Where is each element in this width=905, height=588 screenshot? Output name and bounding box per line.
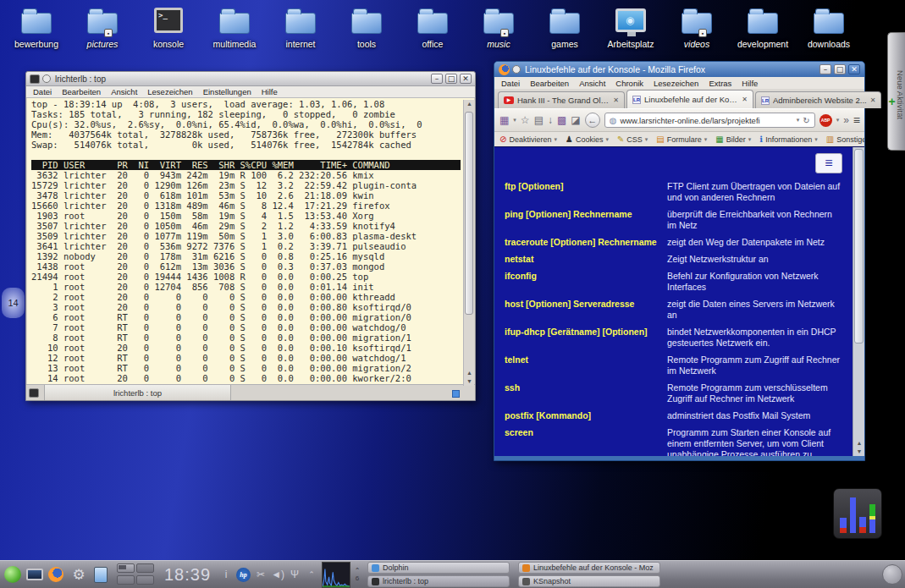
page-scrollbar[interactable]: ▲ ▼ (853, 147, 864, 456)
menu-item-datei[interactable]: Datei (501, 79, 520, 88)
menu-item-datei[interactable]: Datei (33, 87, 52, 96)
url-bar[interactable]: ◍ www.larsrichter-online.de/lars/projekt… (604, 113, 815, 128)
scroll-down-icon[interactable]: ▼ (853, 448, 864, 454)
reload-icon[interactable]: ↻ (803, 116, 809, 125)
taskbar-button-konsole[interactable]: lrichterlb : top (367, 575, 510, 587)
window-pin-icon[interactable] (512, 65, 521, 74)
overflow-chevron-icon[interactable]: » (843, 114, 849, 126)
back-button[interactable]: ← (585, 113, 600, 128)
new-tab-icon[interactable]: + (888, 95, 895, 108)
browser-tab-1[interactable]: ▶Hank III - The Grand Ole ...✕ (498, 91, 625, 108)
terminal-titlebar[interactable]: lrichterlb : top – □ ✕ (26, 72, 475, 86)
menu-item-extras[interactable]: Extras (709, 79, 731, 88)
menu-item-lesezeichen[interactable]: Lesezeichen (147, 87, 192, 96)
adblock-caret-icon[interactable]: ▾ (836, 117, 840, 124)
klipper-scissors-icon[interactable]: ✂ (254, 569, 268, 580)
settings-gear-icon[interactable]: ⚙ (69, 565, 88, 584)
taskbar-button-firefox[interactable]: Linuxbefehle auf der Konsole - Moz (518, 562, 660, 574)
terminal-output[interactable]: top - 18:39:14 up 4:08, 3 users, load av… (27, 98, 474, 384)
menu-item-lesezeichen[interactable]: Lesezeichen (654, 79, 698, 88)
clipboard-icon[interactable]: ▤ (534, 114, 544, 126)
devbar-deaktivieren[interactable]: ⊘Deaktivieren▾ (499, 135, 557, 144)
new-session-icon[interactable] (26, 385, 45, 400)
panel-cashew-icon[interactable] (882, 564, 902, 585)
download-icon[interactable]: ↓ (548, 114, 553, 126)
firefox-titlebar[interactable]: Linuxbefehle auf der Konsole - Mozilla F… (494, 62, 864, 77)
menu-item-bearbeiten[interactable]: Bearbeiten (530, 79, 569, 88)
desktop-icon-Arbeitsplatz[interactable]: Arbeitsplatz (598, 5, 664, 49)
desktop-2[interactable] (136, 563, 154, 573)
app-launcher-icon[interactable] (3, 565, 22, 584)
tab-close-icon[interactable]: ✕ (870, 96, 876, 104)
show-desktop-icon[interactable] (25, 565, 44, 584)
site-identity-icon[interactable]: ◍ (610, 116, 617, 125)
apps-grid-icon[interactable]: ▦ (499, 114, 509, 126)
menu-item-hilfe[interactable]: Hilfe (262, 87, 278, 96)
taskbar-button-ksnapshot[interactable]: KSnapshot (518, 575, 660, 587)
minimize-button[interactable]: – (819, 64, 831, 74)
edit-trash-icon[interactable]: ◪ (571, 114, 580, 126)
desktop-icon-tools[interactable]: tools (334, 5, 400, 49)
clock[interactable]: 18:39 (164, 565, 211, 585)
close-button[interactable]: ✕ (460, 74, 472, 84)
terminal-scrollbar[interactable]: ▲ ▲ ▼ (463, 100, 474, 386)
tab-close-icon[interactable]: ✕ (742, 96, 748, 103)
url-text[interactable]: www.larsrichter-online.de/lars/projektef… (620, 116, 792, 125)
desktop-icon-pictures[interactable]: ▪pictures (69, 5, 135, 49)
system-monitor-widget[interactable] (833, 488, 882, 539)
activity-panel-tab[interactable]: Neue Aktivität (887, 32, 905, 151)
browser-tab-3[interactable]: LRAdminbereich Website 2...✕ (755, 91, 881, 108)
bookmark-star-icon[interactable]: ☆ (521, 114, 530, 126)
volume-icon[interactable]: ◄) (271, 569, 284, 580)
desktop-icon-downloads[interactable]: downloads (796, 5, 862, 49)
desktop-icon-konsole[interactable]: >_konsole (135, 5, 201, 49)
page-menu-icon[interactable]: ≡ (815, 153, 842, 173)
adblock-icon[interactable]: ABP (819, 114, 832, 127)
virtual-desktop-pager[interactable] (117, 563, 156, 585)
desktop-icon-bewerbung[interactable]: bewerbung (3, 5, 69, 49)
scroll-down-icon[interactable]: ▼ (464, 378, 475, 384)
desktop-1[interactable] (117, 563, 135, 573)
desktop-icon-games[interactable]: games (532, 5, 598, 49)
addons-icon[interactable]: ▩ (557, 114, 566, 126)
minimize-button[interactable]: – (431, 74, 443, 84)
usb-device-icon[interactable]: Ψ (288, 569, 301, 580)
tray-expand-icon[interactable]: ⌃ (305, 570, 318, 579)
devbar-informationen[interactable]: ℹInformationen▾ (759, 135, 817, 144)
taskbar-button-dolphin[interactable]: Dolphin (367, 562, 510, 574)
apps-caret-icon[interactable]: ▾ (513, 117, 516, 124)
menu-item-bearbeiten[interactable]: Bearbeiten (62, 87, 101, 96)
hp-tray-icon[interactable]: hp (236, 568, 251, 582)
url-dropdown-icon[interactable]: ▾ (797, 117, 800, 124)
scrollbar-thumb[interactable] (465, 112, 473, 315)
desktop-icon-internet[interactable]: internet (268, 5, 334, 49)
devbar-cookies[interactable]: ♟Cookies▾ (566, 135, 609, 144)
devbar-formulare[interactable]: ▤Formulare▾ (656, 135, 707, 144)
info-icon[interactable]: i (219, 569, 233, 580)
menu-item-ansicht[interactable]: Ansicht (111, 87, 137, 96)
window-pin-icon[interactable] (42, 74, 51, 83)
tab-close-icon[interactable]: ✕ (613, 96, 619, 104)
scroll-up-icon[interactable]: ▲ (853, 440, 864, 446)
maximize-button[interactable]: □ (834, 64, 846, 74)
desktop-icon-office[interactable]: office (400, 5, 466, 49)
file-manager-icon[interactable] (91, 565, 110, 584)
devbar-css[interactable]: ✎CSS▾ (617, 135, 648, 144)
desktop-icon-development[interactable]: development (730, 5, 796, 49)
desktop-icon-music[interactable]: ▪music (466, 5, 532, 49)
desktop-icon-videos[interactable]: ▪videos (664, 5, 730, 49)
maximize-button[interactable]: □ (445, 74, 457, 84)
browser-tab-2[interactable]: LRLinuxbefehle auf der Kon...✕ (626, 90, 753, 108)
desktop-icon-multimedia[interactable]: multimedia (201, 5, 268, 49)
menu-item-hilfe[interactable]: Hilfe (742, 79, 758, 88)
firefox-launcher-icon[interactable] (47, 565, 66, 584)
scrollbar-thumb[interactable] (854, 149, 864, 343)
desktop-3[interactable] (117, 575, 135, 585)
menu-item-ansicht[interactable]: Ansicht (579, 79, 605, 88)
menu-item-chronik[interactable]: Chronik (615, 79, 643, 88)
desktop-4[interactable] (136, 575, 154, 585)
devbar-bilder[interactable]: ▦Bilder▾ (715, 135, 751, 144)
network-monitor-graph[interactable] (322, 562, 350, 588)
close-button[interactable]: ✕ (848, 64, 860, 74)
menu-hamburger-icon[interactable]: ≡ (853, 113, 859, 127)
